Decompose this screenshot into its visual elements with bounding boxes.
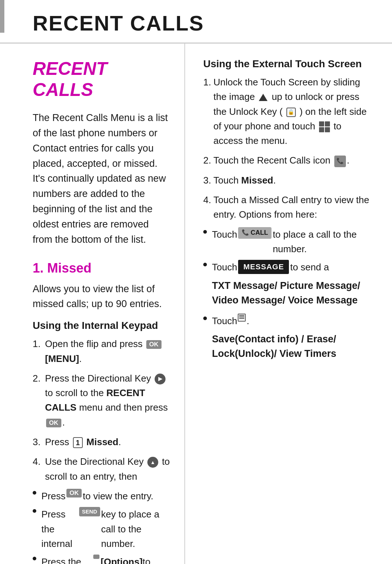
- send-key-icon: SEND: [79, 507, 100, 516]
- gray-sidebar-bar: [0, 0, 4, 33]
- txt-heading2: TXT Message/ Picture Message/ Video Mess…: [203, 278, 370, 308]
- r-missed-bold: Missed: [241, 175, 273, 186]
- dir-key-right-icon: ▶: [155, 374, 166, 384]
- options-menu-icon: [238, 314, 246, 322]
- bullet-right-soft: Press the Right Soft Key [Options] to se…: [33, 555, 170, 564]
- ok-key-3-icon: OK: [66, 489, 82, 497]
- bullet-dot-3: [33, 557, 36, 560]
- bullet-ok-view: Press OK to view the entry.: [33, 489, 170, 503]
- r-step-3-num: 3.: [203, 173, 213, 188]
- right-column: Using the External Touch Screen 1. Unloc…: [185, 44, 392, 564]
- call-button-icon: 📞 CALL: [238, 227, 271, 239]
- r-step-4: 4. Touch a Missed Call entry to view the…: [203, 193, 370, 222]
- r-step-2: 2. Touch the Recent Calls icon 📞.: [203, 153, 370, 168]
- step-2-num: 2.: [33, 371, 42, 386]
- options-bold: [Options]: [101, 555, 143, 564]
- r-bullet-dot-1: [203, 230, 207, 234]
- section1-heading: 1. Missed: [33, 261, 170, 276]
- bullet-send-call: Press the internal SEND key to place a c…: [33, 507, 170, 551]
- step-2: 2. Press the Directional Key ▶ to scroll…: [33, 371, 170, 430]
- external-touch-steps: 1. Unlock the Touch Screen by sliding th…: [203, 75, 370, 222]
- ok-key-2-icon: OK: [46, 419, 61, 427]
- r-bullet-dot-2: [203, 263, 207, 266]
- step-3-num: 3.: [33, 435, 42, 449]
- right-soft-key-bar: [93, 555, 99, 559]
- bullet-dot-1: [33, 491, 36, 495]
- intro-paragraph: The Recent Calls Menu is a list of the l…: [33, 110, 170, 247]
- content-area: RECENT CALLS The Recent Calls Menu is a …: [0, 44, 392, 564]
- step-1-bold: [MENU]: [45, 353, 79, 364]
- subsection-internal-keypad: Using the Internal Keypad: [33, 320, 170, 331]
- key-1-icon: 1: [73, 437, 83, 448]
- ok-key-icon: OK: [146, 340, 162, 349]
- app-grid-icon: [319, 121, 330, 132]
- missed-bold: Missed: [86, 436, 118, 447]
- triangle-up-icon: [259, 94, 268, 101]
- dir-key-up-icon: ▲: [147, 457, 158, 468]
- call-phone-icon: 📞: [242, 228, 249, 237]
- touch-message-bullet: Touch MESSAGE to send a: [203, 260, 370, 274]
- touch-bullets: Touch 📞 CALL to place a call to the numb…: [203, 227, 370, 275]
- r-bullet-dot-3: [203, 317, 207, 320]
- recent-calls-bold: RECENT CALLS: [45, 387, 145, 413]
- page-title: RECENT CALLS: [33, 11, 370, 35]
- r-step-1-num: 1.: [203, 75, 213, 89]
- step-3-text: Press 1 Missed.: [45, 435, 170, 449]
- step-3: 3. Press 1 Missed.: [33, 435, 170, 449]
- r-step-4-num: 4.: [203, 193, 213, 207]
- step-1-text: Open the flip and press OK [MENU].: [45, 337, 170, 366]
- r-step-2-text: Touch the Recent Calls icon 📞.: [213, 153, 350, 168]
- page-title-area: RECENT CALLS: [0, 0, 392, 44]
- r-step-3-text: Touch Missed.: [213, 173, 276, 188]
- r-step-2-num: 2.: [203, 153, 213, 168]
- step4-bullet-list: Press OK to view the entry. Press the in…: [33, 489, 170, 564]
- message-button-icon: MESSAGE: [238, 260, 289, 274]
- left-column: RECENT CALLS The Recent Calls Menu is a …: [0, 44, 185, 564]
- section1-desc: Allows you to view the list of missed ca…: [33, 282, 170, 312]
- r-step-4-text: Touch a Missed Call entry to view the en…: [213, 193, 370, 222]
- external-touch-heading: Using the External Touch Screen: [203, 58, 370, 70]
- unlock-key-icon: 🔒: [286, 108, 296, 117]
- step-4: 4. Use the Directional Key ▲ to scroll t…: [33, 454, 170, 484]
- step-1: 1. Open the flip and press OK [MENU].: [33, 337, 170, 366]
- r-step-1: 1. Unlock the Touch Screen by sliding th…: [203, 75, 370, 148]
- touch-options-bullet: Touch .: [203, 314, 370, 328]
- section-italic-title: RECENT CALLS: [33, 58, 170, 100]
- touch-options-bullets: Touch .: [203, 314, 370, 328]
- step-4-text: Use the Directional Key ▲ to scroll to a…: [45, 454, 170, 484]
- step-1-num: 1.: [33, 337, 42, 351]
- r-step-1-text: Unlock the Touch Screen by sliding the i…: [213, 75, 370, 148]
- r-step-3: 3. Touch Missed.: [203, 173, 370, 188]
- step-4-num: 4.: [33, 454, 42, 469]
- recent-calls-icon: 📞: [334, 156, 346, 167]
- step-2-text: Press the Directional Key ▶ to scroll to…: [45, 371, 170, 430]
- internal-keypad-steps: 1. Open the flip and press OK [MENU]. 2.…: [33, 337, 170, 484]
- page-container: RECENT CALLS RECENT CALLS The Recent Cal…: [0, 0, 392, 564]
- touch-call-bullet: Touch 📞 CALL to place a call to the numb…: [203, 227, 370, 257]
- save-heading2: Save(Contact info) / Erase/ Lock(Unlock)…: [203, 332, 370, 361]
- bullet-dot-2: [33, 509, 36, 513]
